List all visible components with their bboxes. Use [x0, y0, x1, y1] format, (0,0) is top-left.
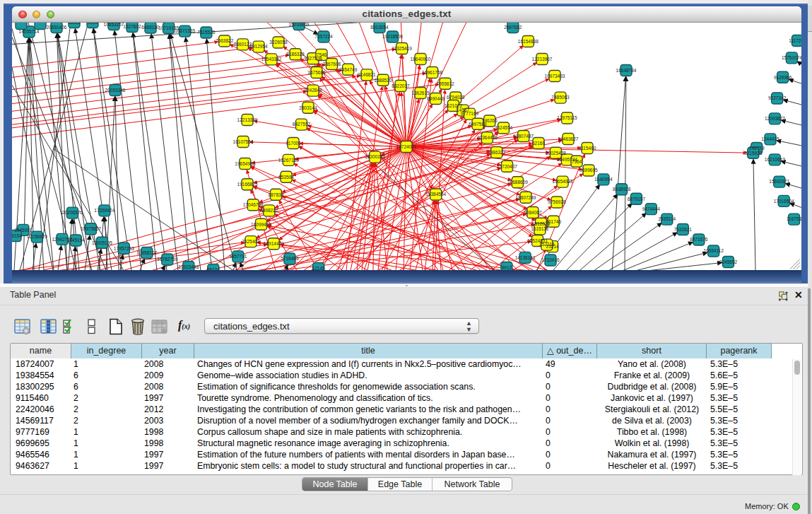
svg-text:8322037: 8322037 [392, 83, 410, 88]
svg-text:9115460: 9115460 [579, 145, 596, 150]
svg-text:8912954: 8912954 [249, 44, 268, 49]
svg-text:14055714: 14055714 [19, 29, 40, 34]
svg-text:7357224: 7357224 [314, 34, 333, 39]
svg-text:6879197: 6879197 [628, 196, 646, 201]
svg-text:20206576: 20206576 [62, 210, 83, 215]
svg-text:252214: 252214 [539, 242, 555, 247]
svg-text:9474444: 9474444 [642, 206, 661, 211]
svg-text:18312: 18312 [68, 23, 81, 25]
svg-text:2367608: 2367608 [323, 61, 341, 66]
svg-text:11325419: 11325419 [392, 45, 412, 50]
svg-text:10973493: 10973493 [545, 73, 565, 78]
svg-text:62160: 62160 [532, 140, 545, 145]
svg-text:3226058: 3226058 [269, 40, 288, 45]
svg-text:1612074: 1612074 [532, 221, 551, 226]
svg-text:9912: 9912 [502, 264, 512, 269]
svg-text:3624554: 3624554 [495, 125, 513, 130]
svg-text:12093872: 12093872 [765, 116, 785, 121]
svg-text:16914479: 16914479 [264, 241, 284, 246]
svg-text:8813054: 8813054 [370, 24, 389, 29]
svg-text:7632621: 7632621 [674, 226, 693, 231]
svg-text:7986322: 7986322 [488, 149, 506, 154]
svg-text:10688609: 10688609 [507, 180, 528, 185]
svg-text:9457791: 9457791 [229, 254, 247, 259]
svg-text:9699695: 9699695 [579, 168, 598, 173]
svg-text:16099489: 16099489 [251, 221, 271, 226]
svg-text:99154: 99154 [12, 233, 22, 238]
svg-text:3215933: 3215933 [744, 150, 763, 155]
svg-text:19463627: 19463627 [558, 136, 579, 141]
svg-text:10543382: 10543382 [261, 57, 282, 62]
svg-text:8427552: 8427552 [293, 122, 311, 127]
svg-text:10807487: 10807487 [513, 133, 534, 138]
svg-text:9245652: 9245652 [719, 259, 738, 264]
svg-text:1615132: 1615132 [531, 226, 549, 231]
svg-text:18300295: 18300295 [365, 154, 385, 159]
svg-text:9945001: 9945001 [14, 227, 33, 232]
svg-text:55124: 55124 [207, 267, 220, 269]
svg-text:19384554: 19384554 [425, 192, 446, 197]
svg-text:917006: 917006 [286, 140, 301, 145]
svg-text:1640954: 1640954 [594, 177, 613, 182]
svg-text:16782759: 16782759 [157, 257, 177, 262]
svg-text:853594: 853594 [278, 174, 294, 179]
svg-text:15720407: 15720407 [497, 163, 517, 168]
svg-text:17957253: 17957253 [114, 245, 134, 250]
svg-text:10958107: 10958107 [136, 250, 157, 255]
svg-text:18640910: 18640910 [411, 56, 431, 61]
svg-text:1244415: 1244415 [761, 136, 779, 141]
svg-text:1345194: 1345194 [67, 238, 86, 243]
svg-text:2803144: 2803144 [299, 105, 317, 110]
svg-text:12213967: 12213967 [532, 56, 553, 61]
svg-text:8186328: 8186328 [286, 52, 305, 57]
svg-text:8454749: 8454749 [339, 66, 358, 71]
svg-text:7485063: 7485063 [551, 95, 570, 100]
svg-text:116753: 116753 [787, 216, 801, 221]
svg-text:6497568: 6497568 [469, 121, 487, 126]
svg-text:20364436: 20364436 [477, 135, 498, 140]
svg-text:12145: 12145 [312, 265, 325, 269]
svg-text:10654112: 10654112 [703, 248, 724, 253]
svg-text:7663822: 7663822 [216, 38, 234, 43]
svg-text:9084067: 9084067 [524, 209, 542, 214]
svg-text:7955812: 7955812 [436, 81, 454, 86]
svg-text:16154838: 16154838 [518, 38, 539, 43]
svg-text:19218506: 19218506 [382, 34, 403, 39]
svg-text:1527602: 1527602 [123, 23, 141, 28]
svg-text:7515526: 7515526 [197, 30, 216, 35]
svg-text:8938928: 8938928 [613, 187, 631, 192]
svg-text:8471676: 8471676 [690, 237, 708, 242]
svg-text:10025438: 10025438 [546, 150, 566, 155]
svg-text:1362615: 1362615 [411, 90, 430, 95]
svg-text:7964: 7964 [572, 158, 582, 163]
svg-text:16210643: 16210643 [765, 157, 785, 162]
svg-text:10975867: 10975867 [81, 226, 101, 231]
svg-text:19166825: 19166825 [237, 182, 258, 187]
svg-text:17016504: 17016504 [774, 198, 794, 203]
svg-text:9054: 9054 [88, 23, 98, 25]
svg-text:9146821: 9146821 [358, 72, 376, 77]
svg-text:18724007: 18724007 [396, 144, 417, 148]
svg-text:9129966: 9129966 [774, 74, 792, 79]
svg-text:17046798: 17046798 [243, 202, 264, 207]
svg-text:19654923: 19654923 [553, 179, 573, 184]
svg-text:3675685: 3675685 [307, 69, 326, 74]
svg-text:14136141: 14136141 [515, 255, 536, 259]
svg-text:12905135: 12905135 [92, 240, 112, 245]
svg-text:15751074: 15751074 [782, 55, 801, 60]
svg-text:8990448: 8990448 [427, 95, 445, 100]
svg-text:16648784: 16648784 [616, 67, 637, 72]
svg-text:7546: 7546 [317, 52, 327, 57]
svg-text:1733416: 1733416 [541, 257, 560, 262]
svg-text:16961758: 16961758 [422, 69, 442, 74]
svg-text:9242848: 9242848 [304, 88, 322, 93]
svg-text:15692971: 15692971 [769, 179, 789, 184]
svg-text:19654985: 19654985 [235, 160, 255, 165]
svg-text:12213389: 12213389 [237, 117, 258, 122]
svg-text:9227342: 9227342 [768, 95, 787, 100]
svg-text:16033809: 16033809 [289, 23, 310, 27]
svg-text:2687682: 2687682 [504, 24, 522, 29]
svg-text:887833: 887833 [269, 192, 284, 197]
svg-text:12156829: 12156829 [27, 234, 47, 239]
svg-text:12923448: 12923448 [178, 264, 199, 269]
